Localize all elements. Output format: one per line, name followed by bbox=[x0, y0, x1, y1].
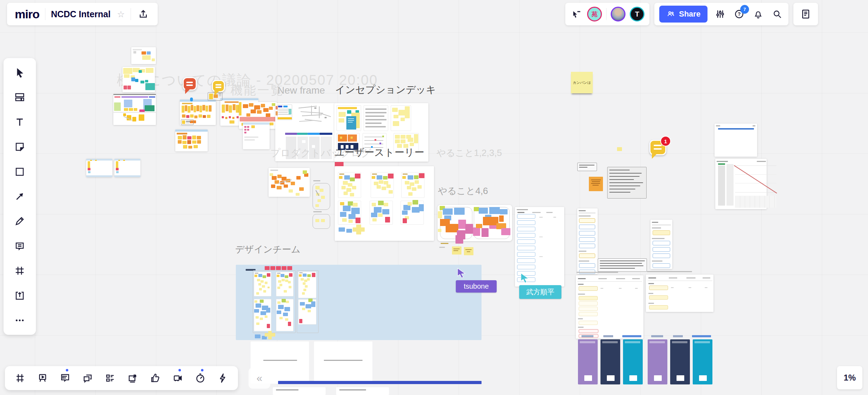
sticky-note[interactable] bbox=[229, 120, 234, 124]
sticky-note[interactable] bbox=[296, 176, 301, 180]
sticky-note[interactable] bbox=[394, 115, 398, 118]
sticky-note[interactable] bbox=[632, 278, 640, 279]
sticky-note[interactable] bbox=[602, 341, 618, 343]
sticky-note[interactable] bbox=[600, 261, 645, 261]
sticky-note[interactable] bbox=[278, 112, 288, 113]
sticky-note[interactable] bbox=[244, 132, 246, 133]
export-board-button[interactable] bbox=[137, 7, 150, 21]
board-frame[interactable] bbox=[273, 387, 326, 395]
sticky-note[interactable] bbox=[686, 277, 696, 278]
sticky-note[interactable] bbox=[139, 114, 144, 121]
sticky-note[interactable] bbox=[414, 175, 419, 179]
list-chip[interactable] bbox=[579, 307, 598, 311]
sticky-note[interactable] bbox=[147, 51, 151, 55]
sticky-note[interactable] bbox=[342, 218, 347, 222]
sticky-note[interactable] bbox=[755, 196, 755, 208]
tool-shapes[interactable] bbox=[13, 165, 26, 178]
sticky-note[interactable] bbox=[289, 286, 291, 288]
sticky-note[interactable] bbox=[339, 227, 345, 232]
sticky-note[interactable] bbox=[285, 133, 297, 135]
sticky-note[interactable] bbox=[197, 136, 201, 139]
sticky-note[interactable] bbox=[152, 58, 155, 61]
sticky-note[interactable] bbox=[489, 207, 500, 214]
sticky-note[interactable] bbox=[417, 185, 422, 189]
sticky-note[interactable] bbox=[652, 222, 658, 223]
sticky-note[interactable] bbox=[260, 300, 264, 303]
sticky-note[interactable] bbox=[579, 213, 596, 213]
sticky-note[interactable] bbox=[270, 123, 273, 125]
sticky-note[interactable] bbox=[324, 360, 363, 361]
list-chip[interactable] bbox=[653, 230, 670, 235]
sticky-note[interactable] bbox=[124, 108, 128, 111]
sticky-note[interactable] bbox=[578, 284, 584, 285]
sticky-note[interactable] bbox=[277, 301, 281, 304]
sticky-note[interactable] bbox=[517, 209, 528, 210]
sticky-note[interactable] bbox=[677, 375, 684, 381]
sticky-note[interactable] bbox=[265, 266, 270, 270]
sticky-note[interactable] bbox=[302, 140, 306, 143]
sticky-note[interactable] bbox=[454, 208, 465, 215]
sticky-note[interactable] bbox=[178, 140, 182, 144]
sticky-note[interactable] bbox=[592, 185, 599, 186]
list-chip[interactable] bbox=[579, 218, 595, 223]
sticky-note[interactable] bbox=[577, 272, 618, 273]
sticky-note[interactable] bbox=[607, 375, 615, 381]
sticky-note[interactable] bbox=[121, 96, 148, 98]
sticky-note[interactable] bbox=[735, 165, 776, 166]
sticky-note[interactable] bbox=[600, 268, 635, 269]
sticky-note[interactable] bbox=[307, 274, 311, 277]
sticky-note[interactable] bbox=[347, 110, 351, 114]
sticky-note[interactable] bbox=[405, 181, 409, 184]
sticky-note[interactable] bbox=[287, 266, 292, 270]
sticky-note[interactable] bbox=[467, 251, 470, 252]
sticky-note[interactable] bbox=[419, 173, 424, 178]
sticky-note[interactable] bbox=[392, 108, 398, 112]
sticky-note[interactable] bbox=[182, 120, 185, 124]
sticky-note[interactable] bbox=[289, 109, 291, 114]
sticky-note[interactable] bbox=[145, 105, 155, 111]
notifications-button[interactable] bbox=[752, 8, 765, 20]
sticky-note[interactable] bbox=[303, 170, 307, 174]
sticky-note[interactable] bbox=[255, 334, 260, 338]
sticky-note[interactable] bbox=[629, 375, 637, 381]
sticky-note[interactable] bbox=[183, 135, 187, 139]
sticky-note[interactable] bbox=[289, 273, 293, 277]
sticky-note[interactable] bbox=[145, 80, 148, 82]
sticky-note[interactable] bbox=[206, 106, 208, 112]
sticky-note[interactable] bbox=[372, 176, 375, 179]
sticky-note[interactable] bbox=[277, 287, 280, 289]
sticky-note[interactable] bbox=[225, 101, 239, 103]
sticky-note[interactable] bbox=[654, 375, 662, 381]
sticky-note[interactable] bbox=[265, 315, 268, 318]
sticky-note[interactable] bbox=[134, 108, 137, 111]
sticky-note[interactable] bbox=[133, 49, 142, 50]
tool-sticky-note[interactable] bbox=[13, 140, 26, 153]
sticky-note[interactable] bbox=[415, 180, 419, 184]
sticky-note[interactable] bbox=[299, 274, 302, 277]
sticky-note[interactable] bbox=[113, 94, 156, 95]
sticky-note[interactable] bbox=[272, 103, 275, 106]
sticky-note[interactable] bbox=[405, 106, 410, 118]
sticky-note[interactable] bbox=[401, 118, 405, 121]
sticky-note[interactable] bbox=[247, 126, 249, 128]
sticky-note[interactable] bbox=[314, 107, 316, 109]
sticky-note[interactable] bbox=[187, 136, 191, 139]
sticky-note[interactable] bbox=[669, 277, 677, 278]
sticky-note[interactable] bbox=[378, 213, 383, 217]
sticky-note[interactable] bbox=[348, 201, 353, 206]
comments-button[interactable] bbox=[58, 371, 72, 385]
sticky-note[interactable] bbox=[745, 196, 745, 208]
sticky-note[interactable] bbox=[703, 277, 710, 278]
sticky-note[interactable] bbox=[389, 190, 393, 194]
sticky-note[interactable] bbox=[88, 171, 90, 173]
sticky-note[interactable] bbox=[455, 235, 463, 244]
sticky-note[interactable] bbox=[260, 318, 263, 320]
sticky-note[interactable] bbox=[263, 275, 266, 278]
sticky-note[interactable] bbox=[283, 106, 288, 107]
sticky-note[interactable] bbox=[364, 137, 383, 137]
sticky-note[interactable] bbox=[257, 110, 262, 114]
sticky-note[interactable] bbox=[378, 201, 384, 205]
sticky-note[interactable] bbox=[348, 220, 353, 223]
sticky-note[interactable] bbox=[355, 174, 360, 178]
sticky-note[interactable] bbox=[616, 278, 625, 279]
